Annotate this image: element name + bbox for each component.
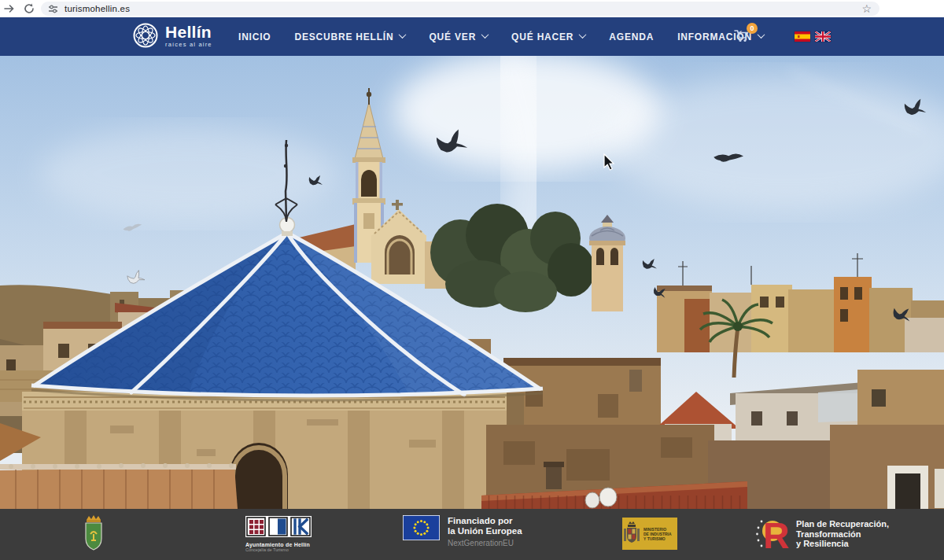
- chevron-down-icon: [481, 31, 489, 39]
- site-logo[interactable]: Hellín raíces al aire: [132, 22, 212, 49]
- cart-count-badge: 0: [747, 23, 758, 34]
- nav-label: INICIO: [238, 31, 271, 42]
- logo-tagline: raíces al aire: [165, 42, 212, 48]
- browser-toolbar: turismohellin.es ☆: [0, 0, 944, 18]
- prtr-monogram-icon: R: [755, 515, 790, 553]
- nav-item-descubre-hellin[interactable]: DESCUBRE HELLÍN: [294, 31, 405, 42]
- forward-icon[interactable]: [3, 2, 16, 15]
- eu-line2: la Unión Europea: [448, 526, 522, 536]
- hellin-emblem-icon: [132, 22, 159, 49]
- language-english-flag[interactable]: [815, 31, 831, 42]
- chevron-down-icon: [399, 31, 407, 39]
- ministry-line2: DE INDUSTRIA: [643, 532, 672, 536]
- bookmark-star-icon[interactable]: ☆: [861, 2, 872, 16]
- nav-item-inicio[interactable]: INICIO: [238, 31, 271, 42]
- plan-line1: Plan de Recuperación,: [796, 519, 889, 529]
- hellin-coat-of-arms: [80, 514, 107, 553]
- ayuntamiento-line2: Concejalía de Turismo: [245, 547, 312, 552]
- language-spanish-flag[interactable]: [795, 31, 810, 42]
- address-bar[interactable]: turismohellin.es ☆: [41, 2, 879, 16]
- plan-line3: y Resiliencia: [796, 539, 889, 549]
- url-text[interactable]: turismohellin.es: [65, 4, 130, 13]
- nav-label: QUÉ VER: [429, 31, 476, 42]
- nav-item-que-ver[interactable]: QUÉ VER: [429, 31, 488, 42]
- ayuntamiento-line1: Ayuntamiento de Hellín: [245, 542, 312, 547]
- chevron-down-icon: [579, 31, 587, 39]
- eu-line3: NextGenerationEU: [448, 539, 522, 547]
- nav-item-que-hacer[interactable]: QUÉ HACER: [511, 31, 585, 42]
- ministry-logo: MINISTERIO DE INDUSTRIA Y TURISMO: [622, 518, 677, 550]
- main-navigation: Hellín raíces al aire INICIO DESCUBRE HE…: [0, 17, 944, 56]
- spain-coat-of-arms-icon: [622, 521, 641, 547]
- nav-label: AGENDA: [609, 31, 654, 42]
- reload-icon[interactable]: [23, 2, 35, 15]
- eu-funding-logo: Financiado por la Unión Europea NextGene…: [403, 515, 522, 547]
- nav-label: QUÉ HACER: [511, 31, 573, 42]
- recovery-plan-logo: R Plan de Recuperación, Transformación y…: [755, 515, 889, 553]
- nav-label: DESCUBRE HELLÍN: [294, 31, 393, 42]
- ministry-line3: Y TURISMO: [643, 536, 672, 541]
- hero-image: [0, 56, 944, 509]
- ayuntamiento-logo: Ayuntamiento de Hellín Concejalía de Tur…: [245, 516, 312, 552]
- nav-menu: INICIO DESCUBRE HELLÍN QUÉ VER QUÉ HACER…: [238, 17, 764, 56]
- logo-title: Hellín: [165, 24, 212, 40]
- chevron-down-icon: [757, 31, 765, 39]
- eu-line1: Financiado por: [448, 516, 522, 526]
- page: turismohellin.es ☆ Hellín raíces al aire: [0, 0, 944, 560]
- cart-button[interactable]: 0: [734, 28, 754, 48]
- town-front-row: [481, 425, 944, 509]
- footer: Ayuntamiento de Hellín Concejalía de Tur…: [0, 509, 944, 560]
- trees: [430, 204, 595, 312]
- plan-line2: Transformación: [796, 529, 889, 540]
- eu-flag-icon: [403, 515, 440, 540]
- nav-item-agenda[interactable]: AGENDA: [609, 31, 654, 42]
- svg-text:R: R: [763, 515, 789, 553]
- site-settings-icon[interactable]: [48, 4, 58, 14]
